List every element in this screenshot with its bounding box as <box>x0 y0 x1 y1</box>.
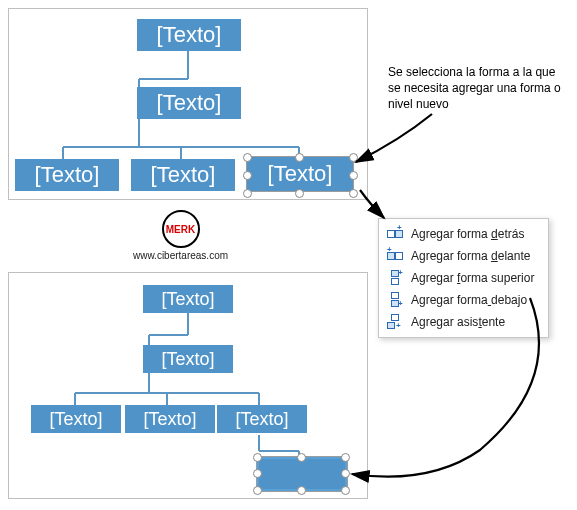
add-shape-above-icon: + <box>387 270 403 286</box>
node-level3-1[interactable]: [Texto] <box>15 159 119 191</box>
context-menu: + Agregar forma detrás + Agregar forma d… <box>378 218 549 338</box>
add-assistant-icon: + <box>387 314 403 330</box>
menu-item-label: Agregar asistente <box>411 315 505 329</box>
watermark-logo: MERK www.cibertareas.com <box>133 210 228 261</box>
add-shape-after-icon: + <box>387 226 403 242</box>
logo-url: www.cibertareas.com <box>133 250 228 261</box>
menu-item-label: Agregar forma delante <box>411 249 530 263</box>
node-level3-2[interactable]: [Texto] <box>131 159 235 191</box>
menu-item-label: Agregar forma superior <box>411 271 534 285</box>
node-level1[interactable]: [Texto] <box>137 19 241 51</box>
menu-item-add-assistant[interactable]: + Agregar asistente <box>379 311 548 333</box>
menu-item-add-before[interactable]: + Agregar forma delante <box>379 245 548 267</box>
menu-item-add-below[interactable]: + Agregar forma debajo <box>379 289 548 311</box>
node2-level3-1[interactable]: [Texto] <box>31 405 121 433</box>
menu-item-add-above[interactable]: + Agregar forma superior <box>379 267 548 289</box>
smartart-canvas-before: [Texto] [Texto] [Texto] [Texto] [Texto] <box>8 8 368 200</box>
node-level2[interactable]: [Texto] <box>137 87 241 119</box>
node2-level2[interactable]: [Texto] <box>143 345 233 373</box>
node2-level3-2[interactable]: [Texto] <box>125 405 215 433</box>
smartart-canvas-after: [Texto] [Texto] [Texto] [Texto] [Texto] <box>8 272 368 499</box>
add-shape-below-icon: + <box>387 292 403 308</box>
node-level3-3-selected[interactable]: [Texto] <box>247 157 353 191</box>
node2-level1[interactable]: [Texto] <box>143 285 233 313</box>
add-shape-before-icon: + <box>387 248 403 264</box>
logo-circle: MERK <box>162 210 200 248</box>
annotation-text: Se selecciona la forma a la que se neces… <box>388 64 566 113</box>
menu-item-label: Agregar forma debajo <box>411 293 527 307</box>
menu-item-add-after[interactable]: + Agregar forma detrás <box>379 223 548 245</box>
node2-level3-3[interactable]: [Texto] <box>217 405 307 433</box>
menu-item-label: Agregar forma detrás <box>411 227 524 241</box>
